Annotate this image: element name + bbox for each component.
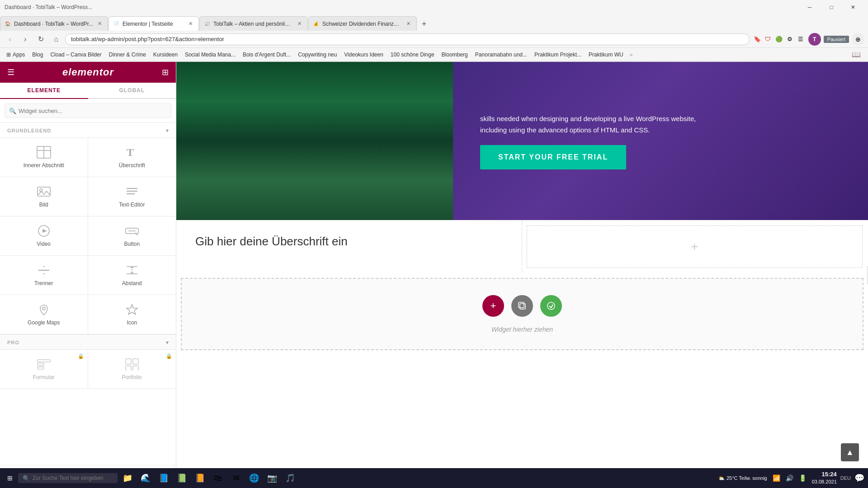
- clock-time: 15:24: [812, 471, 837, 479]
- bookmark-label-100dinge: 100 schöne Dinge: [391, 52, 434, 58]
- taskbar-icon-camera[interactable]: 📷: [264, 470, 280, 486]
- scroll-to-top-button[interactable]: ▲: [841, 443, 859, 461]
- home-button[interactable]: ⌂: [50, 33, 62, 46]
- minimize-button[interactable]: ─: [799, 0, 820, 14]
- address-bar: ‹ › ↻ ⌂ tobitalk.at/wp-admin/post.php?po…: [0, 31, 868, 48]
- taskbar-icon-word[interactable]: 📘: [156, 470, 172, 486]
- user-avatar[interactable]: T: [808, 33, 821, 46]
- bookmark-wu[interactable]: Praktikum WU: [586, 51, 626, 59]
- bookmark-apps[interactable]: ⊞ Apps: [4, 51, 28, 59]
- widget-video[interactable]: Video: [0, 216, 88, 256]
- taskbar-search-input[interactable]: [18, 473, 118, 483]
- ext-icon-1[interactable]: 🔖: [752, 34, 762, 44]
- editor-col-right[interactable]: +: [527, 225, 863, 268]
- bookmark-label-bloomberg: Bloomberg: [442, 52, 468, 58]
- account-icon[interactable]: ⊕: [852, 33, 864, 46]
- taskbar-icon-excel[interactable]: 📗: [174, 470, 190, 486]
- widget-ueberschrift[interactable]: T Überschrift: [88, 138, 176, 177]
- bookmarks-more[interactable]: »: [628, 51, 635, 59]
- sound-icon[interactable]: 🔊: [784, 473, 795, 483]
- widget-innerer-abschnitt[interactable]: Innerer Abschnitt: [0, 138, 88, 177]
- browser-tab-1[interactable]: 🏠 Dashboard · TobiTalk – WordPr... ✕: [0, 16, 108, 31]
- svg-rect-25: [38, 363, 44, 366]
- svg-point-33: [547, 302, 555, 310]
- bookmark-videokurs[interactable]: Videokurs Ideen: [341, 51, 386, 59]
- browser-tab-3[interactable]: 📰 TobiTalk – Aktien und persönlich... ✕: [199, 16, 308, 31]
- bookmark-kursideen[interactable]: Kursideen: [151, 51, 180, 59]
- grundlegend-collapse-icon[interactable]: ▾: [166, 127, 169, 134]
- bookmark-100dinge[interactable]: 100 schöne Dinge: [388, 51, 437, 59]
- svg-marker-23: [127, 305, 137, 314]
- drop-zone[interactable]: + Widget hierher ziehen: [181, 278, 863, 350]
- taskbar-icon-store[interactable]: 🛍: [210, 470, 226, 486]
- url-input[interactable]: tobitalk.at/wp-admin/post.php?post=627&a…: [65, 33, 750, 45]
- bookmark-bloomberg[interactable]: Bloomberg: [439, 51, 471, 59]
- close-button[interactable]: ✕: [843, 0, 863, 14]
- bookmark-social[interactable]: Social Media Mana...: [182, 51, 238, 59]
- bookmark-praktikum1[interactable]: Praktikum Projekt...: [532, 51, 584, 59]
- add-column-icon[interactable]: +: [691, 239, 698, 254]
- bookmark-copywriting[interactable]: Copywriting neu: [295, 51, 340, 59]
- pro-collapse-icon[interactable]: ▾: [166, 339, 169, 346]
- browser-tab-2[interactable]: 📄 Elementor | Testseite ✕: [108, 16, 199, 31]
- tab-title-4: Schweizer Dividenden Finanzblo...: [322, 21, 402, 27]
- ext-icon-5[interactable]: ☰: [796, 34, 806, 44]
- browser-chrome: Dashboard · TobiTalk – WordPress... ─ □ …: [0, 0, 868, 62]
- bookmark-dinner[interactable]: Dinner & Crime: [106, 51, 149, 59]
- elementor-grid-button[interactable]: ⊞: [162, 67, 169, 77]
- copy-button[interactable]: [511, 295, 533, 317]
- lock-icon-2: 🔒: [166, 353, 172, 359]
- forward-button[interactable]: ›: [19, 33, 32, 46]
- tab-global[interactable]: GLOBAL: [88, 83, 176, 98]
- widget-trenner[interactable]: Trenner: [0, 256, 88, 295]
- svg-rect-24: [38, 360, 50, 362]
- tab-close-1[interactable]: ✕: [96, 20, 104, 28]
- add-widget-button[interactable]: +: [482, 295, 504, 317]
- taskbar-icon-files[interactable]: 📁: [119, 470, 136, 486]
- windows-icon: ⊞: [7, 474, 13, 482]
- taskbar-icon-powerpoint[interactable]: 📙: [192, 470, 208, 486]
- widget-icon[interactable]: Icon: [88, 295, 176, 334]
- tab-close-2[interactable]: ✕: [187, 20, 195, 28]
- bookmark-label-praktikum1: Praktikum Projekt...: [534, 52, 581, 58]
- taskbar-icon-music[interactable]: 🎵: [282, 470, 298, 486]
- browser-tab-4[interactable]: 💰 Schweizer Dividenden Finanzblo... ✕: [308, 16, 417, 31]
- reading-list-icon[interactable]: 📖: [848, 50, 864, 59]
- reload-button[interactable]: ↻: [34, 33, 47, 46]
- ext-icon-4[interactable]: ⚙: [785, 34, 795, 44]
- elementor-menu-button[interactable]: ☰: [7, 67, 14, 77]
- paste-button[interactable]: [540, 295, 562, 317]
- maximize-button[interactable]: □: [821, 0, 842, 14]
- widget-google-maps[interactable]: Google Maps: [0, 295, 88, 334]
- taskbar-icon-browser[interactable]: 🌐: [246, 470, 262, 486]
- taskbar-icon-mail[interactable]: ✉: [228, 470, 244, 486]
- back-button[interactable]: ‹: [4, 33, 16, 46]
- battery-icon[interactable]: 🔋: [797, 473, 808, 483]
- widget-bild[interactable]: Bild: [0, 177, 88, 216]
- new-tab-button[interactable]: +: [417, 17, 431, 31]
- bookmark-panorama[interactable]: Panoramabahn und...: [472, 51, 530, 59]
- widget-button[interactable]: Button: [88, 216, 176, 256]
- widget-abstand[interactable]: Abstand: [88, 256, 176, 295]
- editor-heading[interactable]: Gib hier deine Überschrift ein: [195, 235, 504, 249]
- network-icon[interactable]: 📶: [771, 473, 782, 483]
- language-display[interactable]: DEU: [840, 475, 851, 481]
- bookmark-canva[interactable]: Cload – Canva Bilder: [47, 51, 104, 59]
- notifications-icon[interactable]: 💬: [854, 473, 864, 483]
- ext-icon-3[interactable]: 🟢: [774, 34, 784, 44]
- tab-close-3[interactable]: ✕: [296, 20, 304, 28]
- hero-cta-button[interactable]: START YOUR FREE TRIAL: [480, 145, 626, 169]
- ext-icon-2[interactable]: 🛡: [763, 34, 773, 44]
- pro-widget-1[interactable]: Formular 🔒: [0, 350, 88, 389]
- tab-close-4[interactable]: ✕: [405, 20, 413, 28]
- taskbar-clock[interactable]: 15:24 03.08.2021: [812, 471, 837, 485]
- tab-elemente[interactable]: ELEMENTE: [0, 83, 88, 99]
- bookmark-blog[interactable]: Blog: [29, 51, 46, 59]
- pro-widget-2[interactable]: Portfolio 🔒: [88, 350, 176, 389]
- taskbar-icon-edge[interactable]: 🌊: [137, 470, 154, 486]
- widget-text-editor[interactable]: Text-Editor: [88, 177, 176, 216]
- bookmark-bois[interactable]: Bois d'Argent Duft...: [240, 51, 293, 59]
- drop-zone-text: Widget hierher ziehen: [491, 326, 553, 333]
- start-button[interactable]: ⊞: [4, 473, 16, 483]
- widget-search-input[interactable]: [5, 103, 171, 118]
